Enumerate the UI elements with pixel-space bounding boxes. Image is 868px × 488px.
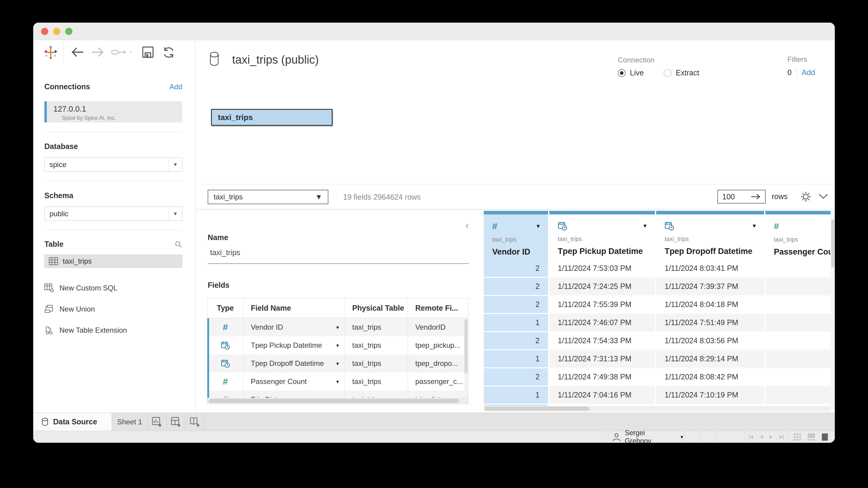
chevron-down-icon[interactable]: ▼: [335, 343, 340, 348]
name-value[interactable]: taxi_trips: [210, 248, 240, 257]
fields-horizontal-scrollbar[interactable]: [207, 398, 468, 404]
field-row[interactable]: # Vendor ID▼ taxi_trips VendorID: [207, 318, 468, 336]
grid-cell[interactable]: [765, 332, 831, 350]
datetime-type-icon[interactable]: [207, 354, 244, 372]
grid-cell[interactable]: 1: [484, 314, 548, 332]
chevron-down-icon[interactable]: ▼: [335, 361, 340, 366]
grid-horizontal-scrollbar[interactable]: [484, 406, 831, 412]
redo-button[interactable]: [91, 46, 104, 58]
grid-view-icon[interactable]: [794, 433, 801, 441]
grid-cell[interactable]: [765, 314, 831, 332]
chevron-down-icon[interactable]: ▼: [751, 223, 757, 229]
grid-vertical-scrollbar[interactable]: [831, 211, 835, 410]
grid-cell[interactable]: [765, 350, 831, 368]
tab-sheet1[interactable]: Sheet 1: [112, 413, 148, 431]
grid-cell[interactable]: 1/11/2024 7:51:49 PM: [656, 314, 764, 332]
grid-cell[interactable]: 1/11/2024 7:10:19 PM: [656, 386, 764, 404]
grid-column-header[interactable]: ▼ taxi_trips Tpep Dropoff Datetime: [656, 211, 764, 260]
grid-column-header[interactable]: # taxi_trips Passenger Count: [765, 211, 831, 260]
grid-cell[interactable]: 2: [484, 260, 548, 278]
prev-page-icon[interactable]: [759, 434, 764, 440]
apply-arrow-icon[interactable]: [751, 193, 761, 200]
grid-cell[interactable]: 2: [484, 332, 548, 350]
datetime-type-icon[interactable]: [207, 336, 244, 354]
collapse-panel-chevron[interactable]: ‹: [465, 219, 469, 231]
grid-cell[interactable]: 1/11/2024 7:39:37 PM: [656, 278, 764, 296]
col-type: Type: [207, 298, 244, 318]
grid-cell[interactable]: 1/11/2024 7:49:38 PM: [549, 368, 655, 386]
minimize-window-button[interactable]: [53, 28, 60, 35]
connection-item[interactable]: 127.0.0.1 Spice by Spice AI, Inc.: [44, 101, 182, 123]
table-list-item-taxi-trips[interactable]: taxi_trips: [44, 255, 182, 268]
connection-extract-radio[interactable]: Extract: [664, 68, 699, 77]
grid-cell[interactable]: 1/11/2024 7:55:39 PM: [549, 296, 655, 314]
close-window-button[interactable]: [41, 28, 48, 35]
grid-cell[interactable]: [765, 260, 831, 278]
tableau-logo-icon[interactable]: [43, 45, 58, 60]
grid-cell[interactable]: 1/11/2024 8:08:42 PM: [656, 368, 764, 386]
grid-cell[interactable]: 1/11/2024 8:04:18 PM: [656, 296, 764, 314]
new-worksheet-button[interactable]: [148, 413, 166, 431]
grid-cell[interactable]: 1/11/2024 7:04:16 PM: [549, 386, 655, 404]
grid-cell[interactable]: 1/11/2024 8:03:56 PM: [656, 332, 764, 350]
grid-cell[interactable]: [765, 278, 831, 296]
filters-add-link[interactable]: Add: [802, 68, 815, 77]
zoom-window-button[interactable]: [65, 28, 72, 35]
number-type-icon[interactable]: #: [207, 318, 244, 336]
grid-cell[interactable]: 1: [484, 386, 548, 404]
grid-cell[interactable]: 1/11/2024 7:24:25 PM: [549, 278, 655, 296]
grid-cell[interactable]: 1/11/2024 7:54:33 PM: [549, 332, 655, 350]
grid-cell[interactable]: 1/11/2024 8:03:41 PM: [656, 260, 764, 278]
search-icon[interactable]: [175, 240, 182, 248]
new-table-extension-button[interactable]: New Table Extension: [44, 326, 182, 335]
preview-table-select[interactable]: taxi_trips ▼: [208, 190, 329, 204]
refresh-button[interactable]: [162, 46, 175, 59]
field-row[interactable]: Tpep Pickup Datetime▼ taxi_trips tpep_pi…: [207, 336, 468, 354]
grid-cell[interactable]: [765, 386, 831, 404]
new-union-button[interactable]: New Union: [44, 305, 182, 314]
add-connection-link[interactable]: Add: [169, 83, 182, 91]
database-select[interactable]: spice ▼: [44, 157, 182, 172]
replay-flow-button[interactable]: [109, 48, 133, 57]
grid-column-header[interactable]: ▼ taxi_trips Tpep Pickup Datetime: [549, 211, 655, 260]
fields-vertical-scrollbar[interactable]: [464, 319, 468, 404]
chevron-down-icon[interactable]: ▼: [335, 379, 340, 384]
grid-cell[interactable]: 2: [484, 278, 548, 296]
number-type-icon[interactable]: #: [207, 372, 244, 391]
chevron-down-icon[interactable]: [818, 193, 829, 199]
new-dashboard-button[interactable]: [166, 413, 186, 431]
gear-icon[interactable]: [800, 190, 812, 203]
undo-button[interactable]: [71, 46, 85, 58]
schema-select[interactable]: public ▼: [44, 206, 182, 221]
grid-cell[interactable]: [765, 368, 831, 386]
user-menu[interactable]: Sergei Grebnov ▼: [608, 431, 684, 443]
tab-data-source[interactable]: Data Source: [33, 413, 112, 431]
filmstrip-view-icon[interactable]: [807, 433, 815, 441]
grid-cell[interactable]: 2: [484, 368, 548, 386]
canvas-table-node[interactable]: taxi_trips: [211, 109, 333, 126]
field-row[interactable]: # Passenger Count▼ taxi_trips passenger_…: [207, 372, 468, 391]
grid-cell[interactable]: [765, 296, 831, 314]
connection-live-radio[interactable]: Live: [618, 68, 644, 77]
save-button[interactable]: [142, 46, 154, 58]
chevron-down-icon[interactable]: ▼: [535, 223, 541, 230]
single-view-icon[interactable]: [821, 433, 829, 441]
grid-cell[interactable]: 1/11/2024 7:46:07 PM: [549, 314, 655, 332]
new-story-button[interactable]: [186, 413, 205, 431]
chevron-down-icon[interactable]: ▼: [335, 325, 340, 330]
grid-column-header[interactable]: #▼ taxi_trips Vendor ID: [484, 211, 548, 260]
next-page-icon[interactable]: [769, 434, 774, 440]
first-page-icon[interactable]: [748, 434, 754, 440]
rows-count-input[interactable]: 100: [717, 190, 766, 203]
grid-cell[interactable]: 1: [484, 350, 548, 368]
grid-cell[interactable]: 1/11/2024 8:29:14 PM: [656, 350, 764, 368]
divider: [797, 67, 797, 77]
grid-cell[interactable]: 1/11/2024 7:31:13 PM: [549, 350, 655, 368]
grid-cell[interactable]: 1/11/2024 7:53:03 PM: [549, 260, 655, 278]
field-row[interactable]: Tpep Dropoff Datetime▼ taxi_trips tpep_d…: [207, 354, 468, 372]
chevron-down-icon[interactable]: ▼: [642, 223, 648, 229]
datasource-cylinder-icon[interactable]: [209, 52, 222, 67]
new-custom-sql-button[interactable]: New Custom SQL: [44, 284, 182, 293]
last-page-icon[interactable]: [778, 434, 784, 440]
grid-cell[interactable]: 2: [484, 296, 548, 314]
